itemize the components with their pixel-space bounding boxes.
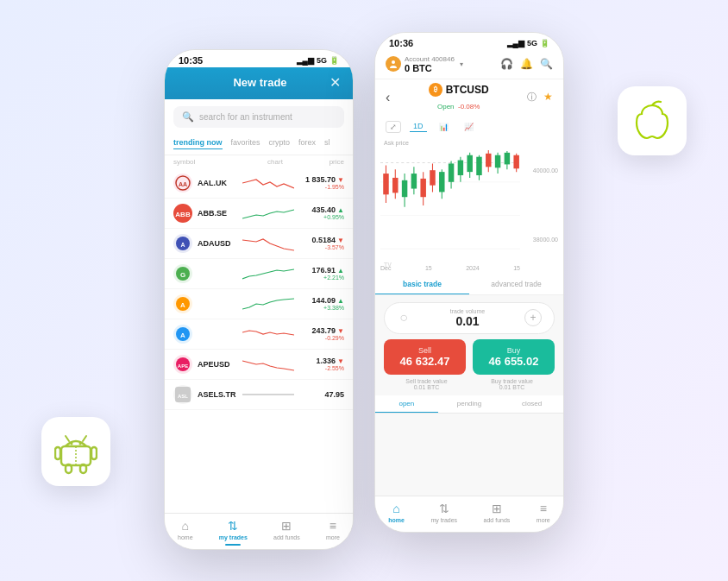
bottom-nav-left: ⌂ home ⇅ my trades ⊞ add funds ≡ more (165, 513, 353, 549)
tab-forex[interactable]: forex (298, 138, 316, 149)
trending-tabs: trending now favorites crypto forex sl (165, 135, 353, 155)
list-item[interactable]: ABB ABB.SE 435.40▲ +0.95% (165, 199, 353, 229)
mini-chart (242, 203, 294, 224)
nav-more-right[interactable]: ≡ more (537, 502, 550, 523)
chart-tab-candle[interactable]: 📊 (436, 122, 452, 132)
account-chevron[interactable]: ▾ (460, 60, 463, 68)
header-action-icons: 🎧 🔔 🔍 (500, 58, 553, 70)
svg-rect-43 (439, 172, 444, 192)
status-bar-left: 10:35 ▂▄▆ 5G 🔋 (165, 50, 353, 67)
buy-label: Buy (478, 346, 549, 355)
mini-chart (242, 263, 294, 284)
svg-rect-21 (91, 447, 97, 459)
instrument-center: ₿ BTCUSD Open -0.08% (390, 83, 527, 112)
tab-closed[interactable]: closed (500, 395, 563, 413)
account-avatar (386, 56, 401, 72)
info-icon[interactable]: ⓘ (527, 91, 537, 104)
svg-rect-49 (467, 155, 472, 171)
home-icon-right: ⌂ (392, 502, 399, 515)
volume-minus[interactable]: ○ (397, 310, 411, 325)
tab-favorites[interactable]: favorites (231, 138, 260, 149)
volume-value[interactable]: 0.01 (416, 314, 519, 328)
trade-section: basic trade advanced trade ○ trade volum… (375, 275, 563, 496)
svg-line-16 (66, 436, 69, 441)
chart-tab-indicator[interactable]: 📈 (461, 122, 477, 132)
nav-funds-left[interactable]: ⊞ add funds (273, 519, 300, 540)
sell-label: Sell (389, 346, 461, 355)
search-icon-right[interactable]: 🔍 (540, 58, 553, 70)
account-id: Account 400846 (405, 55, 455, 63)
nav-home-left[interactable]: ⌂ home (178, 519, 193, 540)
svg-rect-41 (430, 170, 435, 185)
svg-text:A: A (180, 301, 185, 309)
nav-funds-right[interactable]: ⊞ add funds (484, 502, 511, 523)
status-bar-right: 10:36 ▂▄▆ 5G 🔋 (375, 33, 563, 50)
home-icon: ⌂ (182, 519, 189, 533)
new-trade-title: New trade (191, 76, 329, 89)
volume-plus[interactable]: + (524, 309, 542, 326)
nav-trades-left[interactable]: ⇅ my trades (219, 519, 248, 540)
close-button[interactable]: ✕ (329, 74, 341, 91)
list-item[interactable]: AA AAL.UK 1 835.70▼ -1.95% (165, 168, 353, 199)
instrument-name: ASELS.TR (198, 390, 237, 399)
svg-point-25 (392, 60, 395, 64)
buy-button[interactable]: Buy 46 655.02 (473, 339, 555, 375)
apple-icon (631, 98, 673, 143)
svg-rect-53 (486, 153, 491, 167)
expand-icon[interactable]: ⤢ (386, 121, 401, 133)
instrument-logo: AA (173, 174, 192, 193)
mini-chart (242, 384, 294, 405)
svg-rect-37 (411, 174, 417, 188)
instrument-change: -0.08% (458, 103, 480, 111)
tab-crypto[interactable]: crypto (269, 138, 291, 149)
svg-rect-15 (61, 446, 91, 465)
funds-icon: ⊞ (281, 519, 292, 533)
nav-trades-right[interactable]: ⇅ my trades (430, 502, 457, 523)
buy-price: 46 655.02 (478, 355, 549, 368)
ask-price-label: Ask price (384, 140, 409, 146)
list-item[interactable]: G 176.91▲ +2.21% (165, 259, 353, 289)
nav-trades-label-right: my trades (430, 517, 457, 523)
list-item[interactable]: APE APEUSD 1.336▼ -2.55% (165, 350, 353, 380)
svg-text:ASL: ASL (178, 394, 188, 399)
list-item[interactable]: ASL ASELS.TR 47.95 (165, 380, 353, 410)
tab-open[interactable]: open (375, 395, 438, 413)
android-badge (41, 417, 110, 486)
apple-badge (618, 86, 687, 155)
list-item[interactable]: A ADAUSD 0.5184▼ -3.57% (165, 229, 353, 259)
tab-advanced-trade[interactable]: advanced trade (469, 275, 563, 294)
star-icon[interactable]: ★ (543, 91, 553, 104)
time-left: 10:35 (179, 55, 203, 66)
svg-rect-39 (420, 178, 425, 196)
instrument-name: ABB.SE (198, 209, 237, 218)
svg-rect-31 (383, 174, 388, 194)
svg-point-18 (71, 443, 73, 445)
list-item[interactable]: A 144.09▲ +3.38% (165, 289, 353, 319)
tab-sl[interactable]: sl (324, 138, 330, 149)
tab-trending[interactable]: trending now (173, 138, 223, 149)
svg-rect-59 (513, 155, 518, 168)
tab-pending[interactable]: pending (438, 395, 501, 413)
tab-basic-trade[interactable]: basic trade (375, 275, 469, 294)
nav-home-label-right: home (388, 517, 405, 523)
buy-trade-value: Buy trade value 0.01 BTC (469, 378, 555, 390)
svg-rect-33 (392, 177, 398, 192)
instrument-price: 1 835.70▼ -1.95% (299, 175, 344, 190)
nav-more-left[interactable]: ≡ more (326, 519, 340, 540)
instrument-logo: A (173, 234, 192, 253)
instrument-logo: A (173, 294, 192, 313)
price-levels: 40000.00 38000.00 (533, 136, 558, 275)
mini-chart (242, 233, 294, 254)
chart-x-axis: Dec 15 2024 15 (380, 265, 520, 271)
svg-text:A: A (180, 242, 185, 248)
bell-icon[interactable]: 🔔 (520, 58, 533, 70)
list-item[interactable]: A 243.79▼ -0.29% (165, 319, 353, 350)
search-bar[interactable]: 🔍 search for an instrument (173, 106, 344, 128)
headset-icon[interactable]: 🎧 (500, 58, 513, 70)
sell-button[interactable]: Sell 46 632.47 (384, 339, 466, 375)
nav-more-label: more (326, 534, 340, 540)
tv-watermark: TV (384, 262, 392, 268)
chart-tab-1d[interactable]: 1D (410, 121, 427, 132)
svg-text:AA: AA (179, 181, 187, 187)
nav-home-right[interactable]: ⌂ home (388, 502, 405, 523)
